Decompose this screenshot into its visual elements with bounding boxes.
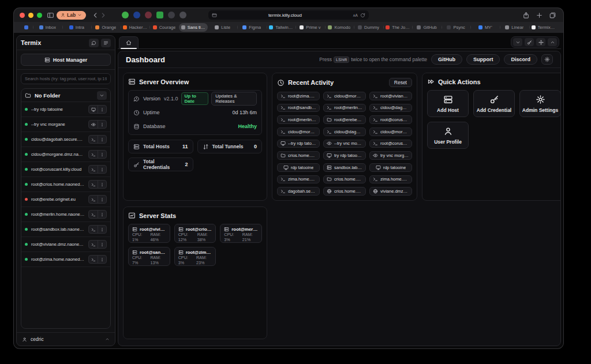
activity-chip[interactable]: crios.home.na...	[323, 187, 366, 196]
close-window-button[interactable]	[20, 13, 25, 18]
more-button[interactable]	[98, 151, 106, 158]
tab-home[interactable]	[119, 36, 139, 48]
user-profile-button[interactable]: User Profile	[427, 122, 469, 149]
collapse-folder-button[interactable]	[97, 91, 107, 100]
admin-settings-button[interactable]: Admin Settings	[519, 90, 561, 117]
back-button[interactable]	[92, 12, 99, 19]
host-list-item[interactable]: cidou@dagobah.secure.naoned.net	[21, 132, 110, 147]
activity-chip[interactable]: crios.home.na...	[323, 175, 366, 184]
activity-chip[interactable]: rdp tatooine	[369, 163, 412, 172]
activity-chip[interactable]: root@merlin.h...	[323, 104, 366, 112]
reload-icon[interactable]	[360, 13, 365, 18]
minimize-window-button[interactable]	[28, 13, 33, 18]
share-icon[interactable]	[522, 12, 530, 19]
activity-chip[interactable]: cidou@morga...	[369, 127, 412, 136]
browser-tab[interactable]: Courage	[149, 23, 179, 32]
host-list-item[interactable]: root@viviane.dmz.naoned.net	[21, 237, 110, 252]
activity-chip[interactable]: viviane.dmz.n...	[369, 187, 412, 196]
more-button[interactable]	[98, 121, 106, 128]
activity-chip[interactable]: root@viviane....	[369, 92, 412, 100]
activity-chip[interactable]: cidou@morga...	[323, 92, 366, 100]
host-list-item[interactable]: --try rdp tatooine	[21, 102, 110, 117]
forward-button[interactable]	[99, 12, 107, 19]
menu-button[interactable]	[101, 39, 111, 47]
move-button[interactable]	[536, 38, 545, 46]
browser-tab[interactable]: Komodo	[325, 23, 354, 32]
more-button[interactable]	[98, 226, 106, 233]
browser-tab[interactable]: Sans titre	[179, 23, 208, 32]
browser-tab[interactable]: Psync	[442, 23, 471, 32]
terminal-button[interactable]	[89, 241, 98, 248]
terminal-button[interactable]	[89, 166, 98, 173]
activity-chip[interactable]: root@erebe.or...	[323, 115, 366, 124]
browser-tab[interactable]: Tailwin…	[267, 23, 296, 32]
activity-chip[interactable]: try vnc morgane	[369, 151, 412, 160]
browser-tab[interactable]: Orange	[91, 23, 121, 32]
host-list-item[interactable]: root@merlin.home.naoned.net	[21, 207, 110, 222]
browser-extension-icon[interactable]	[122, 12, 129, 18]
browser-tab[interactable]: Hacker ne…	[121, 23, 150, 32]
discord-button[interactable]: Discord	[504, 54, 537, 65]
search-input[interactable]	[21, 73, 111, 84]
terminal-button[interactable]	[89, 136, 98, 143]
terminal-button[interactable]	[89, 226, 98, 233]
support-button[interactable]: Support	[466, 54, 500, 65]
activity-chip[interactable]: try rdp tatooine	[323, 151, 366, 160]
zoom-window-button[interactable]	[37, 13, 42, 18]
browser-extension-icon[interactable]	[168, 12, 175, 18]
activity-chip[interactable]: root@corusca...	[369, 115, 412, 124]
activity-chip[interactable]: zima.home.na...	[277, 175, 320, 184]
browser-tab[interactable]: Prime v	[296, 23, 325, 32]
terminal-button[interactable]	[89, 181, 98, 188]
more-button[interactable]	[98, 166, 106, 173]
browser-extension-icon[interactable]	[156, 12, 163, 18]
add-host-button[interactable]: Add Host	[427, 90, 469, 117]
terminal-button[interactable]	[89, 151, 98, 158]
browser-extension-icon[interactable]	[179, 12, 186, 18]
terminal-button[interactable]	[89, 256, 98, 263]
activity-chip[interactable]: zima.home.na...	[369, 175, 412, 184]
add-credential-button[interactable]: Add Credential	[473, 90, 515, 117]
activity-chip[interactable]: cidou@dagob...	[369, 104, 412, 112]
folder-header[interactable]: No Folder	[21, 89, 110, 102]
activity-chip[interactable]: sandbox.lab.n...	[323, 163, 366, 172]
new-tab-icon[interactable]	[536, 12, 543, 19]
browser-tab[interactable]: GitHub	[412, 23, 442, 32]
browser-tab[interactable]: Linear	[500, 23, 529, 32]
terminal-button[interactable]	[89, 196, 98, 203]
collapse-tabbar-button[interactable]	[513, 38, 522, 46]
activity-chip[interactable]: root@zima.ho...	[277, 92, 320, 100]
activity-chip[interactable]: dagobah.secu...	[277, 187, 320, 196]
github-button[interactable]: GitHub	[431, 54, 462, 65]
updates-releases-button[interactable]: Updates & Releases	[211, 92, 257, 106]
user-menu[interactable]: cedric	[17, 332, 115, 346]
monitor-button[interactable]	[89, 106, 98, 113]
activity-chip[interactable]: root@sandbox...	[277, 104, 320, 112]
host-list-item[interactable]: cidou@morgane.dmz.naoned.net	[21, 147, 110, 162]
host-list-item[interactable]: root@sandbox.lab.naoned.net	[21, 222, 110, 237]
more-button[interactable]	[98, 106, 106, 113]
reader-icon[interactable]: ᴀA	[353, 13, 358, 17]
address-bar[interactable]: termix.killy.cloud ᴀA	[208, 10, 369, 20]
more-button[interactable]	[98, 241, 106, 248]
browser-tab[interactable]: MY'	[470, 23, 500, 32]
activity-chip[interactable]: --try vnc morg...	[323, 140, 366, 148]
sidebar-toggle-icon[interactable]	[47, 12, 54, 19]
host-manager-button[interactable]: Host Manager	[21, 54, 111, 66]
browser-extension-icon[interactable]	[133, 12, 140, 18]
host-list-item[interactable]: root@crios.home.naoned.net	[21, 177, 110, 192]
browser-tab[interactable]: The Jo…	[383, 23, 413, 32]
settings-button[interactable]	[541, 54, 553, 65]
reset-button[interactable]: Reset	[389, 78, 412, 87]
activity-chip[interactable]: rdp tatooine	[277, 163, 320, 172]
host-list-item[interactable]: root@erebe.originet.eu	[21, 192, 110, 207]
more-button[interactable]	[98, 181, 106, 188]
eye-button[interactable]	[89, 121, 98, 128]
activity-chip[interactable]: crios.home.na...	[277, 151, 320, 160]
browser-tab[interactable]: Intra	[62, 23, 92, 32]
activity-chip[interactable]: --try rdp tatoo...	[277, 140, 320, 148]
browser-tab[interactable]: Figma	[237, 23, 267, 32]
more-button[interactable]	[98, 211, 106, 218]
tab-overview-icon[interactable]	[549, 12, 556, 19]
profile-badge[interactable]: Lab	[57, 11, 86, 20]
